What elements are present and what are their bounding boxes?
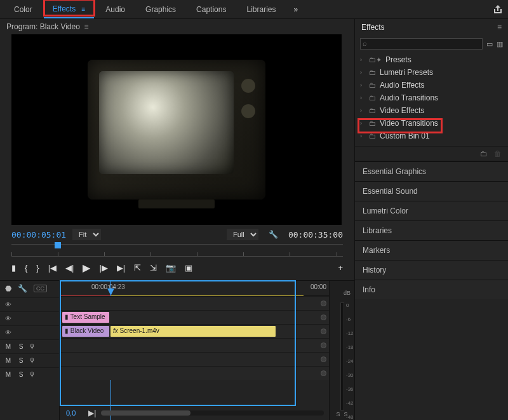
- marker-icon[interactable]: ▮: [11, 263, 16, 273]
- mute-button[interactable]: M: [4, 357, 13, 364]
- lift-icon[interactable]: ⇱: [134, 263, 141, 273]
- zoom-select[interactable]: Fit: [72, 229, 101, 240]
- share-icon[interactable]: [493, 5, 503, 14]
- panel-libraries[interactable]: Libraries: [355, 220, 508, 240]
- fx-badge-filter-icon[interactable]: ▭: [486, 40, 493, 48]
- tab-effects-menu-icon[interactable]: ≡: [82, 6, 86, 13]
- out-point-icon[interactable]: }: [36, 263, 39, 273]
- timeline-tracks[interactable]: 00:00:04:23 00:00 ▮ Text Sample ▮ Black …: [60, 281, 329, 420]
- keyframe-toggle[interactable]: [321, 315, 326, 320]
- timeline-zoom-value[interactable]: 0,0: [66, 409, 76, 417]
- panel-essential-sound[interactable]: Essential Sound: [355, 181, 508, 201]
- extract-icon[interactable]: ⇲: [150, 263, 157, 273]
- eye-icon[interactable]: 👁: [4, 315, 13, 322]
- timeline-scrollbar[interactable]: [101, 410, 324, 416]
- video-track-header-2[interactable]: 👁: [0, 311, 59, 325]
- step-forward-icon[interactable]: |▶: [99, 263, 107, 273]
- audio-track-1[interactable]: [60, 338, 329, 352]
- keyframe-toggle[interactable]: [321, 329, 326, 334]
- audio-track-header-2[interactable]: M S 🎙: [0, 353, 59, 367]
- tree-item-audio-transitions[interactable]: ›🗀Audio Transitions: [359, 91, 504, 104]
- video-track-1[interactable]: ▮ Black Video fx Screen-1.m4v: [60, 324, 329, 338]
- tab-effects[interactable]: Effects ≡: [44, 1, 95, 18]
- audio-track-header-1[interactable]: M S 🎙: [0, 339, 59, 353]
- tree-item-presets[interactable]: ›🗀✦Presets: [359, 53, 504, 66]
- tree-item-video-transitions[interactable]: ›🗀Video Transitions: [359, 117, 504, 130]
- keyframe-toggle[interactable]: [321, 342, 326, 348]
- solo-button[interactable]: S: [17, 343, 25, 350]
- tab-color[interactable]: Color: [5, 1, 41, 18]
- program-panel-menu-icon[interactable]: ≡: [84, 22, 89, 31]
- folder-icon: 🗀: [369, 107, 376, 114]
- effects-panel-title: Effects: [361, 23, 384, 32]
- mute-button[interactable]: M: [4, 343, 13, 350]
- panel-info[interactable]: Info: [355, 280, 508, 299]
- button-editor-icon[interactable]: +: [338, 263, 343, 273]
- tree-item-custom-bin[interactable]: ›🗀Custom Bin 01: [359, 130, 504, 142]
- snap-icon[interactable]: ⬣: [5, 284, 11, 293]
- program-ruler[interactable]: [11, 244, 343, 257]
- new-bin-icon[interactable]: 🗀: [480, 149, 488, 158]
- program-playhead[interactable]: [55, 242, 61, 248]
- tab-graphics[interactable]: Graphics: [137, 1, 185, 18]
- go-to-out-icon[interactable]: ▶|: [117, 263, 125, 273]
- export-frame-icon[interactable]: 📷: [166, 263, 176, 273]
- play-icon[interactable]: ▶: [83, 262, 90, 274]
- timeline-ruler[interactable]: 00:00:04:23 00:00: [60, 281, 329, 296]
- captions-toggle[interactable]: CC: [34, 285, 47, 292]
- clip-black-video[interactable]: ▮ Black Video: [62, 326, 109, 337]
- chevron-right-icon: ›: [360, 57, 365, 63]
- meter-solo-l[interactable]: S: [336, 411, 340, 417]
- audio-track-3[interactable]: [60, 366, 329, 380]
- delete-icon[interactable]: 🗑: [494, 149, 502, 158]
- audio-track-header-3[interactable]: M S 🎙: [0, 367, 59, 381]
- yuv-filter-icon[interactable]: ▥: [497, 40, 503, 48]
- timeline-settings-icon[interactable]: 🔧: [18, 284, 27, 293]
- program-monitor[interactable]: [11, 34, 342, 225]
- panel-markers[interactable]: Markers: [355, 240, 508, 260]
- keyframe-toggle[interactable]: [321, 370, 326, 376]
- tree-item-audio-effects[interactable]: ›🗀Audio Effects: [359, 79, 504, 91]
- mic-icon[interactable]: 🎙: [29, 357, 36, 364]
- effects-tree: ›🗀✦Presets ›🗀Lumetri Presets ›🗀Audio Eff…: [355, 52, 508, 146]
- audio-track-2[interactable]: [60, 352, 329, 366]
- tabs-overflow-icon[interactable]: »: [287, 5, 304, 14]
- eye-icon[interactable]: 👁: [4, 329, 13, 336]
- tab-audio[interactable]: Audio: [97, 1, 134, 18]
- panel-essential-graphics[interactable]: Essential Graphics: [355, 161, 508, 181]
- video-track-3[interactable]: [60, 296, 329, 310]
- step-back-icon[interactable]: ◀|: [65, 263, 74, 273]
- keyframe-toggle[interactable]: [321, 301, 326, 306]
- skip-gap-icon[interactable]: ▶|: [88, 409, 96, 417]
- solo-button[interactable]: S: [17, 357, 25, 364]
- video-track-header-1[interactable]: 👁: [0, 325, 59, 339]
- tree-item-lumetri-presets[interactable]: ›🗀Lumetri Presets: [359, 66, 504, 79]
- panel-history[interactable]: History: [355, 260, 508, 280]
- mute-button[interactable]: M: [4, 371, 13, 378]
- solo-button[interactable]: S: [17, 371, 25, 378]
- resolution-select[interactable]: Full: [227, 229, 258, 240]
- program-duration: 00:00:35:00: [288, 230, 343, 240]
- program-timecode[interactable]: 00:00:05:01: [11, 230, 66, 240]
- video-track-header-3[interactable]: 👁: [0, 297, 59, 311]
- clip-text-sample[interactable]: ▮ Text Sample: [62, 312, 109, 323]
- tab-captions[interactable]: Captions: [187, 1, 235, 18]
- chevron-right-icon: ›: [360, 95, 365, 101]
- eye-icon[interactable]: 👁: [4, 301, 13, 308]
- clip-screen[interactable]: fx Screen-1.m4v: [110, 326, 276, 337]
- video-track-2[interactable]: ▮ Text Sample: [60, 310, 329, 324]
- effects-panel-menu-icon[interactable]: ≡: [497, 23, 502, 32]
- mic-icon[interactable]: 🎙: [29, 371, 36, 378]
- meter-solo-r[interactable]: S: [344, 411, 348, 417]
- go-to-in-icon[interactable]: |◀: [48, 263, 57, 273]
- in-point-icon[interactable]: {: [25, 263, 27, 273]
- effects-search-input[interactable]: [360, 38, 483, 50]
- scrollbar-thumb[interactable]: [101, 410, 190, 416]
- settings-wrench-icon[interactable]: 🔧: [269, 230, 278, 239]
- tab-libraries[interactable]: Libraries: [237, 1, 284, 18]
- comparison-view-icon[interactable]: ▣: [185, 263, 192, 273]
- panel-lumetri-color[interactable]: Lumetri Color: [355, 201, 508, 220]
- tree-item-video-effects[interactable]: ›🗀Video Effects: [359, 104, 504, 117]
- mic-icon[interactable]: 🎙: [29, 343, 36, 350]
- keyframe-toggle[interactable]: [321, 356, 326, 362]
